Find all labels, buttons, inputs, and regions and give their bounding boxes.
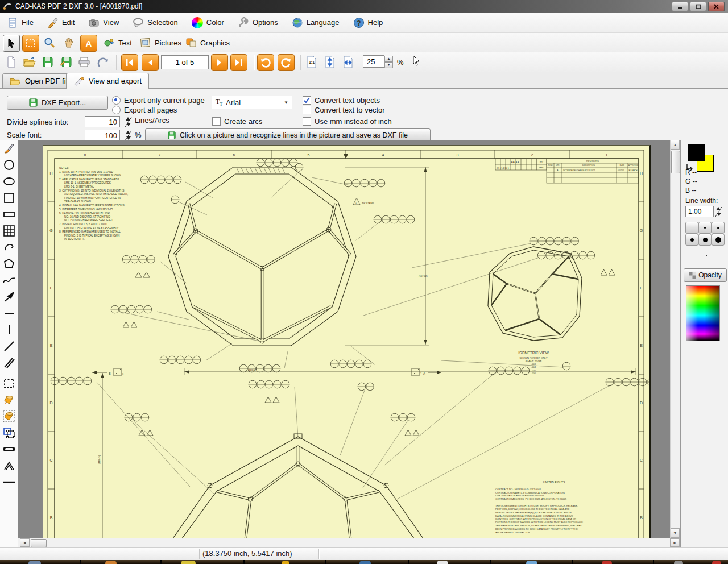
vertical-line-tool[interactable] bbox=[1, 322, 17, 338]
rotate-right-button[interactable] bbox=[278, 54, 295, 71]
taskbar-item[interactable] bbox=[28, 561, 41, 564]
vertical-scrollbar[interactable]: ▲ ▼ bbox=[670, 140, 680, 538]
menu-file[interactable]: File bbox=[5, 15, 36, 30]
menu-help[interactable]: ? Help bbox=[351, 15, 386, 30]
checkbox-icon[interactable] bbox=[303, 106, 311, 114]
print-button[interactable] bbox=[76, 54, 92, 70]
line-size-6-button[interactable] bbox=[712, 234, 725, 246]
menu-options[interactable]: Options bbox=[235, 15, 280, 30]
radio-all-pages[interactable]: Export all pages bbox=[112, 106, 177, 114]
line-size-5-button[interactable] bbox=[698, 234, 712, 246]
divide-splines-spin[interactable]: 10 bbox=[85, 116, 133, 127]
opacity-button[interactable]: Opacity bbox=[684, 268, 727, 282]
fill-tool[interactable] bbox=[1, 392, 17, 408]
zoom-tool-button[interactable] bbox=[42, 35, 57, 51]
dxf-export-button[interactable]: DXF Export... bbox=[7, 96, 108, 110]
spin-down-icon[interactable]: ▼ bbox=[384, 62, 393, 68]
taskbar-item[interactable] bbox=[602, 561, 612, 564]
menu-color[interactable]: Color bbox=[189, 15, 226, 30]
close-button[interactable] bbox=[708, 2, 725, 11]
circle-tool[interactable] bbox=[1, 157, 17, 173]
taskbar-item[interactable] bbox=[359, 561, 371, 564]
short-line-tool[interactable] bbox=[1, 305, 17, 321]
arc-tool[interactable] bbox=[1, 239, 17, 255]
fit-width-button[interactable] bbox=[340, 54, 356, 70]
menu-language[interactable]: Language bbox=[289, 15, 342, 30]
minimize-button[interactable] bbox=[672, 2, 688, 11]
line-size-4-button[interactable] bbox=[685, 234, 698, 246]
line-size-2-button[interactable] bbox=[698, 222, 712, 234]
title-bar[interactable]: CAD-KAS PDF 2 DXF 3.0 - [A001970.pdf] bbox=[0, 0, 728, 13]
taskbar-item[interactable] bbox=[526, 561, 537, 564]
checkbox-icon[interactable] bbox=[212, 117, 221, 126]
menu-selection[interactable]: Selection bbox=[130, 15, 180, 30]
taskbar-item[interactable] bbox=[105, 561, 117, 564]
pan-tool-button[interactable] bbox=[61, 35, 77, 51]
pdf-page[interactable]: 87654321HHGGFFEEDDCCBB bbox=[43, 145, 651, 538]
taskbar-item[interactable] bbox=[674, 561, 683, 564]
vertical-scroll-thumb[interactable] bbox=[671, 151, 680, 173]
line-tool[interactable] bbox=[1, 474, 17, 490]
taskbar-item[interactable] bbox=[282, 561, 289, 564]
taskbar[interactable] bbox=[0, 560, 728, 564]
rotate-left-button[interactable] bbox=[257, 54, 274, 71]
transform-tool[interactable] bbox=[1, 425, 17, 441]
rectangle-tool[interactable] bbox=[1, 206, 17, 222]
horizontal-scrollbar[interactable]: ◄ ► bbox=[18, 538, 680, 547]
open-file-button[interactable] bbox=[22, 54, 38, 70]
polygon-tool[interactable] bbox=[1, 256, 17, 272]
chevron-tool[interactable] bbox=[1, 458, 17, 474]
square-tool[interactable] bbox=[1, 190, 17, 206]
eraser-tool[interactable] bbox=[1, 441, 17, 457]
tab-view-export[interactable]: View and export bbox=[66, 73, 149, 89]
zoom-spinner[interactable]: ▲▼ bbox=[384, 56, 393, 67]
menu-edit[interactable]: Edit bbox=[45, 15, 77, 30]
zoom-value-input[interactable]: 25 bbox=[363, 55, 384, 68]
previous-page-button[interactable] bbox=[142, 54, 159, 71]
fit-height-button[interactable] bbox=[322, 54, 338, 70]
horizontal-scroll-thumb[interactable] bbox=[31, 539, 47, 548]
select-region-tool[interactable] bbox=[1, 375, 17, 391]
document-canvas[interactable]: 87654321HHGGFFEEDDCCBB bbox=[18, 140, 680, 538]
taskbar-item[interactable] bbox=[437, 561, 448, 564]
next-page-button[interactable] bbox=[211, 54, 228, 71]
ellipse-tool[interactable] bbox=[1, 173, 17, 189]
undo-button[interactable] bbox=[94, 54, 110, 70]
text-mark-tool-button[interactable]: A bbox=[80, 35, 97, 52]
region-select-tool-button[interactable] bbox=[22, 35, 39, 52]
diagonal-line-tool[interactable] bbox=[1, 338, 17, 354]
font-select[interactable]: TT Arial ▼ bbox=[212, 96, 292, 109]
spin-up-icon[interactable]: ▲ bbox=[384, 56, 393, 62]
taskbar-item[interactable] bbox=[181, 561, 196, 564]
scroll-down-button[interactable]: ▼ bbox=[671, 528, 680, 538]
checkbox-text-vector[interactable]: Convert text to vector bbox=[303, 106, 385, 114]
arrow-tool[interactable] bbox=[1, 289, 17, 305]
checkbox-icon[interactable] bbox=[303, 117, 311, 126]
checkbox-use-mm[interactable]: Use mm instead of inch bbox=[303, 117, 392, 126]
color-gradient-picker[interactable] bbox=[686, 285, 720, 341]
scale-font-spin[interactable]: 100 bbox=[85, 130, 133, 141]
checkbox-create-arcs[interactable]: Create arcs bbox=[212, 117, 262, 126]
select-tool-button[interactable] bbox=[3, 35, 20, 52]
line-width-input[interactable]: 1.00 bbox=[685, 206, 714, 217]
new-document-button[interactable] bbox=[3, 54, 19, 70]
radio-current-page[interactable]: Export only current page bbox=[112, 96, 205, 105]
pictures-button[interactable]: Pictures bbox=[140, 35, 181, 51]
graphics-button[interactable]: Graphics bbox=[185, 35, 230, 51]
diagonal-spinner-icon[interactable] bbox=[123, 130, 133, 141]
text-objects-button[interactable]: Text bbox=[104, 35, 132, 51]
double-line-tool[interactable] bbox=[1, 355, 17, 371]
zoom-100-button[interactable]: 1:1 bbox=[304, 54, 320, 70]
save-button[interactable] bbox=[40, 54, 56, 70]
diagonal-spinner-icon[interactable] bbox=[714, 206, 723, 217]
foreground-color-swatch[interactable] bbox=[688, 144, 705, 161]
save-as-button[interactable] bbox=[58, 54, 74, 70]
line-size-3-button[interactable] bbox=[712, 222, 725, 234]
first-page-button[interactable] bbox=[121, 54, 138, 71]
radio-on-icon[interactable] bbox=[112, 96, 121, 105]
scroll-up-button[interactable]: ▲ bbox=[671, 140, 680, 150]
checkbox-convert-text[interactable]: Convert text objects bbox=[303, 96, 380, 105]
fill-selection-tool[interactable] bbox=[1, 408, 17, 424]
last-page-button[interactable] bbox=[230, 54, 247, 71]
menu-view[interactable]: View bbox=[86, 15, 121, 30]
